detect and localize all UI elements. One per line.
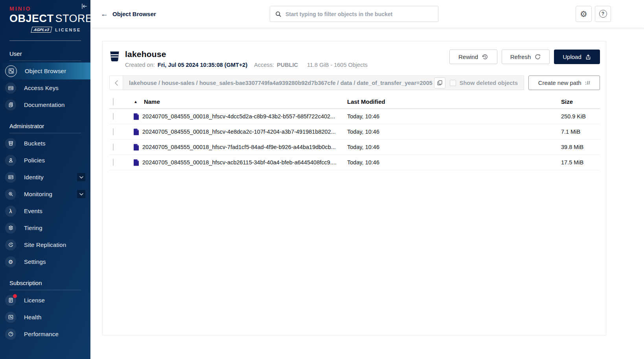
bucket-browser-card: lakehouse Created on: Fri, Jul 05 2024 1…	[102, 41, 606, 335]
monitoring-icon	[5, 189, 16, 200]
upload-button[interactable]: Upload	[554, 50, 600, 64]
table-row[interactable]: 20240705_084555_00018_hfscv-4e8dca2c-107…	[109, 124, 600, 140]
search-input[interactable]	[285, 11, 433, 17]
file-icon	[134, 159, 139, 166]
sidebar-item-policies[interactable]: Policies	[0, 152, 90, 169]
settings-button[interactable]: ⚙	[576, 6, 592, 22]
filter-objects-searchbox	[270, 6, 438, 22]
rewind-button[interactable]: Rewind	[449, 50, 497, 64]
bucket-meta: Created on: Fri, Jul 05 2024 10:35:08 (G…	[125, 62, 368, 68]
column-header-size[interactable]: Size	[561, 98, 600, 105]
sidebar-item-tiering[interactable]: Tiering	[0, 219, 90, 236]
refresh-button[interactable]: Refresh	[502, 50, 550, 64]
file-icon	[134, 129, 139, 135]
object-size: 17.5 MiB	[561, 159, 600, 166]
logo-divider	[9, 41, 81, 41]
copy-icon	[437, 80, 442, 85]
path-back-button[interactable]	[110, 76, 123, 90]
copy-path-button[interactable]	[434, 77, 445, 88]
sidebar-item-site-replication[interactable]: Site Replication	[0, 236, 90, 253]
object-name[interactable]: 20240705_084555_00018_hfscv-4dcc5d2a-c8b…	[142, 113, 335, 120]
table-row[interactable]: 20240705_084555_00018_hfscv-4dcc5d2a-c8b…	[109, 109, 600, 124]
documentation-icon	[5, 99, 16, 110]
sort-ascending-icon: ▲	[134, 99, 138, 104]
column-header-name[interactable]: ▲ Name	[134, 98, 347, 105]
events-lambda-icon: λ	[5, 206, 16, 217]
sidebar-item-performance[interactable]: Performance	[0, 326, 90, 342]
object-browser-icon	[5, 65, 17, 77]
sidebar-item-license[interactable]: License	[0, 292, 90, 309]
back-arrow-icon: ←	[101, 10, 108, 18]
gear-icon: ⚙	[580, 10, 587, 18]
top-right-buttons: ⚙ ?	[576, 6, 611, 22]
sidebar-section-subscription: Subscription License Health Perfo	[0, 276, 90, 342]
main-area: ← Object Browser ⚙ ?	[90, 0, 644, 359]
sidebar-item-object-browser[interactable]: Object Browser	[0, 63, 90, 79]
sidebar: MINIO OBJECTSTORE AGPLv3 LICENSE User Ob…	[0, 0, 90, 359]
license-line: AGPLv3 LICENSE	[9, 27, 81, 33]
table-row[interactable]: 20240705_084555_00018_hfscv-7fad1cf5-84a…	[109, 140, 600, 155]
chevron-down-icon[interactable]	[77, 190, 85, 198]
column-header-last-modified[interactable]: Last Modified	[347, 98, 561, 105]
row-checkbox[interactable]	[113, 113, 114, 120]
app-window: MINIO OBJECTSTORE AGPLv3 LICENSE User Ob…	[0, 0, 644, 359]
created-on-label: Created on:	[125, 62, 155, 68]
agpl-badge-icon: AGPLv3	[31, 27, 52, 33]
create-new-path-button[interactable]: Create new path ://	[528, 75, 600, 90]
access-keys-icon	[5, 83, 16, 94]
sidebar-section-administrator: Administrator Buckets Policies Identity	[0, 120, 90, 270]
created-on-value: Fri, Jul 05 2024 10:35:08 (GMT+2)	[158, 62, 247, 68]
sidebar-item-documentation[interactable]: Documentation	[0, 96, 90, 113]
sidebar-item-events[interactable]: λ Events	[0, 203, 90, 219]
back-to-object-browser[interactable]: ← Object Browser	[101, 10, 156, 18]
settings-gear-icon: ⚙	[5, 256, 16, 267]
collapse-sidebar-icon[interactable]	[81, 3, 88, 10]
new-path-icon: ://	[585, 80, 591, 86]
object-size: 7.1 MiB	[561, 129, 600, 135]
sidebar-section-user: User Object Browser Access Keys Document…	[0, 47, 90, 113]
row-checkbox[interactable]	[113, 128, 114, 135]
tiering-layers-icon	[5, 223, 16, 234]
row-checkbox[interactable]	[113, 159, 114, 166]
show-deleted-checkbox[interactable]	[450, 80, 456, 86]
show-deleted-toggle: Show deleted objects	[450, 80, 518, 86]
bucket-name: lakehouse	[125, 50, 368, 59]
help-button[interactable]: ?	[595, 6, 611, 22]
sidebar-item-monitoring[interactable]: Monitoring	[0, 186, 90, 203]
table-row[interactable]: 20240705_084555_00018_hfscv-acb26115-34b…	[109, 155, 600, 170]
help-icon: ?	[599, 10, 607, 18]
chevron-down-icon[interactable]	[77, 173, 85, 181]
object-name[interactable]: 20240705_084555_00018_hfscv-4e8dca2c-107…	[142, 129, 336, 135]
access-value: PUBLIC	[277, 62, 298, 68]
search-icon	[275, 11, 282, 17]
breadcrumb-path: lakehouse / house-sales / house_sales-ba…	[123, 80, 434, 86]
rewind-icon	[482, 53, 488, 60]
bucket-icon	[109, 51, 120, 64]
bucket-header: lakehouse Created on: Fri, Jul 05 2024 1…	[103, 41, 606, 73]
sidebar-item-health[interactable]: Health	[0, 309, 90, 326]
object-name[interactable]: 20240705_084555_00018_hfscv-7fad1cf5-84a…	[142, 144, 336, 150]
object-name[interactable]: 20240705_084555_00018_hfscv-acb26115-34b…	[142, 159, 337, 166]
top-bar: ← Object Browser ⚙ ?	[90, 0, 644, 28]
object-last-modified: Today, 10:46	[347, 129, 561, 135]
sidebar-item-buckets[interactable]: Buckets	[0, 135, 90, 152]
sidebar-item-settings[interactable]: ⚙ Settings	[0, 253, 90, 270]
site-replication-icon	[5, 239, 16, 250]
row-checkbox[interactable]	[113, 144, 114, 151]
table-header-row: ▲ Name Last Modified Size	[109, 95, 600, 109]
identity-icon	[5, 172, 16, 183]
sidebar-item-identity[interactable]: Identity	[0, 169, 90, 186]
sidebar-item-access-keys[interactable]: Access Keys	[0, 79, 90, 96]
select-all-checkbox[interactable]	[113, 98, 114, 105]
object-size: 250.9 KiB	[561, 113, 600, 120]
access-label: Access:	[254, 62, 274, 68]
object-size: 39.8 MiB	[561, 144, 600, 150]
chevron-left-icon	[114, 80, 118, 86]
object-last-modified: Today, 10:46	[347, 144, 561, 150]
object-store-title: OBJECTSTORE	[9, 13, 81, 25]
file-icon	[134, 113, 139, 120]
file-icon	[134, 144, 139, 151]
minio-brand-text: MINIO	[9, 6, 81, 12]
license-icon	[5, 295, 16, 306]
upload-icon	[585, 54, 591, 60]
